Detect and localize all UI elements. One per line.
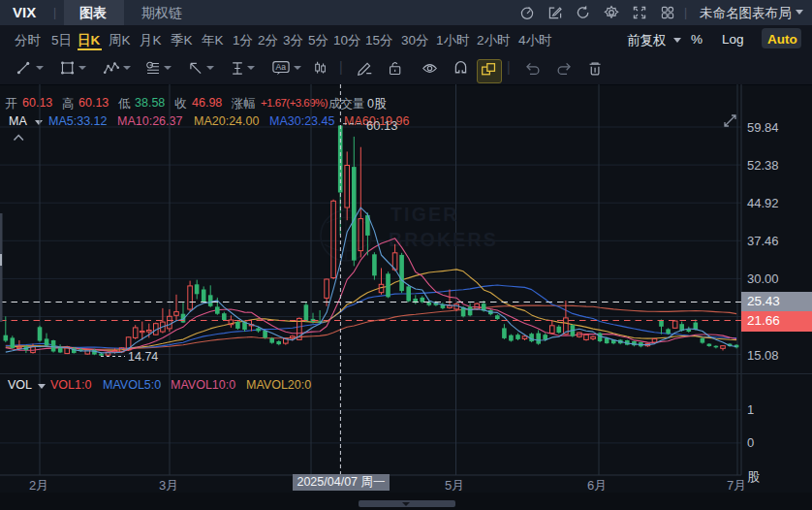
svg-text:TIGER: TIGER	[390, 204, 459, 225]
svg-text:60.13: 60.13	[366, 118, 398, 133]
svg-text:BROKERS: BROKERS	[389, 229, 498, 250]
svg-text:Aa: Aa	[276, 62, 287, 72]
svg-text:14.74: 14.74	[128, 350, 158, 364]
